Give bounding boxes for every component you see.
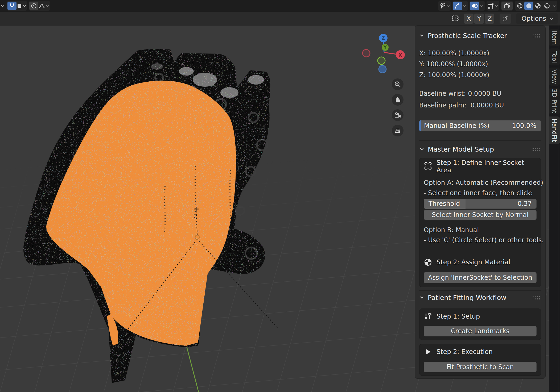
mirror-y-button[interactable]: Y (474, 14, 484, 24)
show-gizmo-toggle[interactable] (453, 2, 462, 10)
face-sets-icon (424, 162, 432, 171)
camera-view-button[interactable] (392, 109, 403, 121)
step1-define-socket-row: Step 1: Define Inner Socket Area (424, 162, 537, 171)
master-model-header[interactable]: Master Model Setup (419, 145, 541, 153)
falloff-curve-icon (38, 2, 45, 9)
toggle-ortho-button[interactable] (392, 125, 403, 136)
toggle-xray-button[interactable] (501, 2, 513, 10)
proportional-falloff-dropdown[interactable] (38, 2, 50, 10)
eye-cursor-icon (439, 2, 446, 10)
wireframe-shading-icon (516, 2, 523, 9)
fitting-workflow-title: Patient Fitting Workflow (428, 294, 507, 302)
option-a-label: Option A: Automatic (Recommended) (424, 179, 537, 186)
overlays-dropdown-chevron[interactable] (479, 2, 484, 10)
manual-baseline-value: 100.0% (512, 122, 536, 130)
snap-base-icon (502, 15, 509, 22)
shading-material-button[interactable] (533, 2, 542, 10)
gizmo-axis-neg-x[interactable] (363, 49, 370, 57)
gizmo-dropdown-chevron[interactable] (462, 2, 467, 10)
scale-z-readout: Z: 100.00% (1.0000x) (419, 69, 541, 80)
tool-settings-bar: X Y Z Options (0, 12, 560, 26)
chevron-down-icon (549, 16, 554, 21)
assign-innersocket-button[interactable]: Assign 'InnerSocket' to Selection (424, 272, 537, 283)
threshold-label: Threshold (429, 200, 460, 207)
viewport-header (0, 0, 560, 12)
pan-button[interactable] (392, 94, 403, 106)
gizmo-axis-neg-y[interactable] (378, 57, 385, 64)
scale-y-readout: Y: 100.00% (1.0000x) (419, 59, 541, 69)
scale-tracker-header[interactable]: Prosthetic Scale Tracker (419, 32, 541, 40)
chevron-down-icon (446, 4, 450, 8)
navigation-gizmo[interactable]: Y Z X (362, 33, 407, 73)
snap-base-button[interactable] (500, 14, 511, 24)
snapping-toggle[interactable] (7, 2, 17, 10)
option-b-hint: - Use 'C' (Circle Select) or other tools… (424, 236, 537, 244)
proportional-editing-toggle[interactable] (29, 2, 38, 10)
shading-solid-button[interactable] (524, 2, 533, 10)
mirror-x-button[interactable]: X (464, 14, 473, 24)
shading-wireframe-button[interactable] (515, 2, 524, 10)
chevron-down-icon (495, 4, 499, 8)
selectability-visibility-dropdown[interactable] (439, 2, 450, 10)
gizmo-arrow-icon (454, 2, 461, 9)
slider-fill (419, 120, 421, 131)
gizmo-y-label: Y (383, 45, 387, 50)
proportional-editing-icon (30, 2, 37, 9)
panel-collapse-chevron (419, 147, 425, 152)
options-label: Options (521, 15, 546, 22)
create-landmarks-button[interactable]: Create Landmarks (424, 326, 537, 336)
fit-prosthetic-button[interactable]: Fit Prosthetic to Scan (424, 362, 537, 372)
mesh-edit-overlay-dropdown[interactable] (487, 2, 499, 10)
header-collapsed-menu-chevron[interactable] (0, 2, 5, 10)
chevron-down-icon (22, 4, 27, 8)
gizmo-axis-neg-z[interactable] (379, 65, 386, 73)
xray-icon (503, 2, 511, 10)
fitting-setup-box: Step 1: Setup Create Landmarks (419, 308, 541, 340)
snap-target-dropdown[interactable] (17, 2, 27, 10)
sidebar-panel: Prosthetic Scale Tracker X: 100.00% (1.0… (415, 26, 546, 379)
step2-assign-material-row: Step 2: Assign Material (424, 258, 537, 267)
scale-tracker-title: Prosthetic Scale Tracker (428, 32, 507, 40)
manual-baseline-slider[interactable]: Manual Baseline (%) 100.0% (419, 120, 541, 131)
show-overlays-toggle[interactable] (470, 2, 479, 10)
options-dropdown[interactable]: Options (516, 13, 558, 24)
fitting-step1-title: Step 1: Setup (437, 313, 480, 320)
option-a-hint: - Select one inner face, then click: (424, 189, 537, 197)
magnet-icon (9, 2, 15, 9)
chevron-down-icon (45, 4, 50, 8)
tab-3d-print[interactable]: 3D Print (549, 88, 560, 114)
fitting-step2-row: Step 2: Execution (424, 347, 537, 356)
mirror-z-button[interactable]: Z (485, 14, 494, 24)
mirror-icon (450, 14, 460, 23)
tab-view[interactable]: View (549, 68, 560, 86)
scale-x-readout: X: 100.00% (1.0000x) (419, 48, 541, 59)
panel-drag-grip[interactable] (532, 34, 541, 38)
solid-shading-icon (525, 2, 532, 9)
step2-title: Step 2: Assign Material (437, 258, 510, 266)
gizmo-x-label: X (398, 52, 402, 58)
gizmo-z-label: Z (382, 36, 385, 41)
panel-collapse-chevron (419, 33, 425, 38)
play-icon (424, 348, 432, 356)
panel-drag-grip[interactable] (532, 296, 541, 300)
baseline-wrist-readout: Baseline wrist: 0.0000 BU (419, 90, 541, 97)
panel-collapse-chevron (419, 295, 425, 300)
manual-baseline-label: Manual Baseline (%) (424, 122, 489, 130)
zoom-button[interactable] (392, 78, 403, 90)
shading-dropdown-chevron[interactable] (551, 2, 557, 10)
select-inner-socket-button[interactable]: Select Inner Socket by Normal (424, 210, 537, 220)
tools-icon (424, 312, 432, 321)
tab-tool[interactable]: Tool (549, 48, 560, 65)
rendered-shading-icon (543, 2, 550, 9)
tab-item[interactable]: Item (549, 29, 560, 46)
snap-increment-icon (17, 3, 22, 9)
tab-handfit[interactable]: HandFit (549, 116, 560, 144)
threshold-slider[interactable]: Threshold 0.37 (424, 199, 537, 209)
master-model-title: Master Model Setup (428, 145, 494, 153)
overlays-icon (471, 2, 478, 9)
edit-mode-overlay-icon (487, 2, 495, 10)
panel-drag-grip[interactable] (532, 147, 541, 151)
shading-rendered-button[interactable] (542, 2, 551, 10)
fitting-step2-title: Step 2: Execution (437, 348, 493, 356)
fitting-workflow-header[interactable]: Patient Fitting Workflow (419, 294, 541, 302)
